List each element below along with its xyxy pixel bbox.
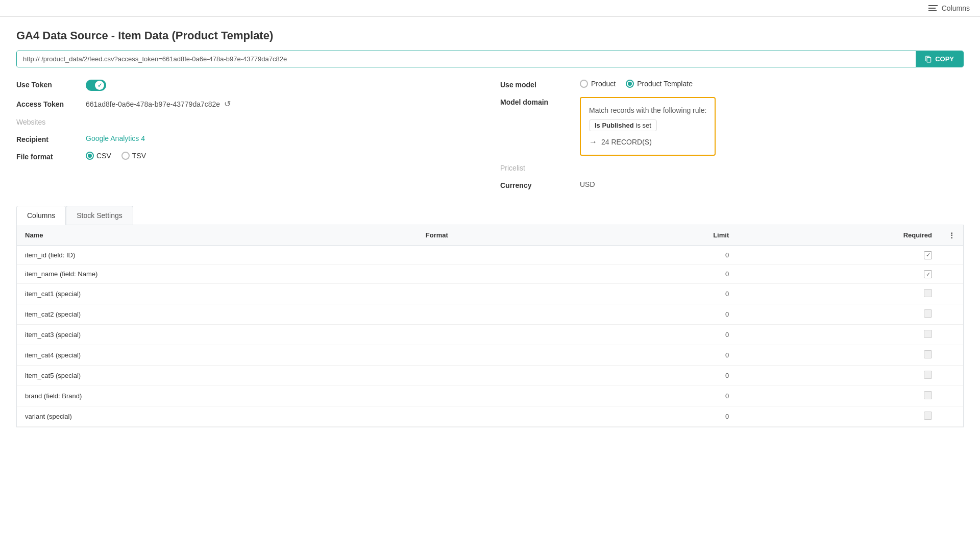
use-token-toggle[interactable]: ✓ <box>86 80 106 91</box>
cell-more <box>940 264 963 284</box>
cell-more <box>940 406 963 427</box>
product-template-radio <box>626 80 634 88</box>
cell-required[interactable]: ✓ <box>737 246 940 265</box>
cell-required[interactable]: ✓ <box>737 264 940 284</box>
records-link[interactable]: → 24 RECORD(S) <box>589 137 706 147</box>
checkbox-unchecked[interactable] <box>924 371 932 379</box>
cell-required[interactable] <box>737 406 940 427</box>
access-token-label: Access Token <box>16 99 78 108</box>
cell-limit: 0 <box>592 246 737 265</box>
th-more[interactable]: ⋮ <box>940 225 963 246</box>
product-template-radio-inner <box>628 82 632 86</box>
product-template-label: Product Template <box>637 80 693 88</box>
th-limit: Limit <box>592 225 737 246</box>
cell-name: item_cat3 (special) <box>17 325 418 345</box>
use-model-row: Use model Product Product Template <box>500 80 964 89</box>
currency-row: Currency USD <box>500 180 964 189</box>
is-published-condition: is set <box>636 122 651 129</box>
cell-name: item_cat4 (special) <box>17 345 418 366</box>
cell-more <box>940 304 963 325</box>
currency-label: Currency <box>500 180 572 189</box>
top-bar: Columns <box>0 0 980 17</box>
cell-required[interactable] <box>737 386 940 406</box>
pricelist-label: Pricelist <box>500 164 572 172</box>
url-bar: http:// /product_data/2/feed.csv?access_… <box>16 51 964 67</box>
cell-name: item_name (field: Name) <box>17 264 418 284</box>
more-options-icon: ⋮ <box>948 231 955 239</box>
table-row: variant (special)0 <box>17 406 963 427</box>
cell-format <box>418 246 592 265</box>
checkbox-checked[interactable]: ✓ <box>924 251 932 259</box>
copy-button[interactable]: COPY <box>916 51 963 67</box>
is-published-badge[interactable]: Is Published is set <box>589 119 657 131</box>
file-format-row: File format CSV TSV <box>16 152 480 161</box>
cell-limit: 0 <box>592 406 737 427</box>
tsv-label: TSV <box>132 152 146 160</box>
toggle-circle: ✓ <box>95 81 104 90</box>
checkbox-unchecked[interactable] <box>924 309 932 318</box>
table-row: item_cat2 (special)0 <box>17 304 963 325</box>
checkbox-unchecked[interactable] <box>924 350 932 358</box>
cell-more <box>940 386 963 406</box>
cell-required[interactable] <box>737 366 940 386</box>
cell-more <box>940 284 963 304</box>
cell-required[interactable] <box>737 284 940 304</box>
tsv-option[interactable]: TSV <box>121 152 146 160</box>
th-required: Required <box>737 225 940 246</box>
websites-row: Websites <box>16 117 480 126</box>
tab-stock-settings[interactable]: Stock Settings <box>66 206 133 225</box>
websites-label: Websites <box>16 117 78 126</box>
file-format-label: File format <box>16 152 78 161</box>
cell-required[interactable] <box>737 345 940 366</box>
tab-columns[interactable]: Columns <box>16 206 66 225</box>
cell-name: brand (field: Brand) <box>17 386 418 406</box>
product-template-option[interactable]: Product Template <box>626 80 693 88</box>
checkbox-unchecked[interactable] <box>924 391 932 399</box>
product-label: Product <box>591 80 616 88</box>
table-row: brand (field: Brand)0 <box>17 386 963 406</box>
checkbox-checked[interactable]: ✓ <box>924 270 932 278</box>
product-option[interactable]: Product <box>580 80 616 88</box>
columns-button[interactable]: Columns <box>928 4 970 12</box>
cell-format <box>418 304 592 325</box>
checkbox-unchecked[interactable] <box>924 412 932 420</box>
cell-limit: 0 <box>592 386 737 406</box>
use-token-row: Use Token ✓ <box>16 80 480 91</box>
access-token-row: Access Token 661ad8fe-0a6e-478a-b97e-437… <box>16 99 480 109</box>
cell-format <box>418 264 592 284</box>
recipient-value[interactable]: Google Analytics 4 <box>86 134 145 142</box>
cell-limit: 0 <box>592 304 737 325</box>
cell-format <box>418 406 592 427</box>
csv-option[interactable]: CSV <box>86 152 111 160</box>
cell-format <box>418 284 592 304</box>
check-mark-icon: ✓ <box>926 271 930 278</box>
cell-name: variant (special) <box>17 406 418 427</box>
csv-radio-inner <box>88 154 92 158</box>
checkbox-unchecked[interactable] <box>924 289 932 297</box>
use-model-options: Product Product Template <box>580 80 693 88</box>
cell-more <box>940 246 963 265</box>
cell-more <box>940 325 963 345</box>
is-published-field: Is Published <box>595 122 634 129</box>
model-domain-row: Model domain Match records with the foll… <box>500 97 964 156</box>
token-row: 661ad8fe-0a6e-478a-b97e-43779da7c82e ↺ <box>86 99 231 109</box>
tabs-container: Columns Stock Settings <box>16 206 964 225</box>
columns-label: Columns <box>942 4 970 12</box>
copy-icon <box>925 56 932 63</box>
checkbox-unchecked[interactable] <box>924 330 932 338</box>
currency-value: USD <box>580 180 595 188</box>
tsv-radio <box>121 152 130 160</box>
check-mark-icon: ✓ <box>926 252 930 258</box>
cell-format <box>418 345 592 366</box>
access-token-value: 661ad8fe-0a6e-478a-b97e-43779da7c82e <box>86 100 220 108</box>
pricelist-row: Pricelist <box>500 164 964 172</box>
csv-label: CSV <box>96 152 111 160</box>
cell-format <box>418 366 592 386</box>
recipient-label: Recipient <box>16 134 78 143</box>
match-records-text: Match records with the following rule: <box>589 106 706 114</box>
refresh-icon[interactable]: ↺ <box>224 99 231 109</box>
cell-required[interactable] <box>737 325 940 345</box>
cell-required[interactable] <box>737 304 940 325</box>
table-row: item_cat5 (special)0 <box>17 366 963 386</box>
file-format-options: CSV TSV <box>86 152 146 160</box>
